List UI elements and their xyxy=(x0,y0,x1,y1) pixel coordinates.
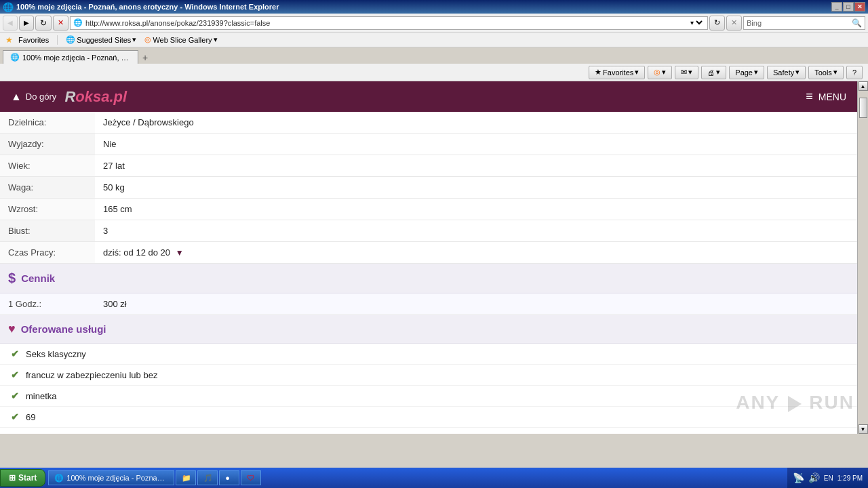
chevron-down-icon2: ▾ xyxy=(214,35,218,44)
field-value-wzrost: 165 cm xyxy=(95,199,857,220)
restore-button[interactable]: □ xyxy=(843,2,854,12)
search-box[interactable]: Bing 🔍 xyxy=(743,16,865,30)
price-value: 300 zł xyxy=(95,293,857,315)
page-content: ▲ Do góry Roksa.pl ≡ MENU Dzielnica: xyxy=(0,81,857,434)
tray-network-icon[interactable]: 📡 xyxy=(793,472,804,483)
taskbar-antivirus-item[interactable]: 🛡 xyxy=(241,470,261,485)
ie-page-icon: 🌐 xyxy=(73,18,83,27)
taskbar-folder-icon: 📁 xyxy=(182,474,191,483)
fav-separator xyxy=(57,35,58,45)
field-label-wyjazdy: Wyjazdy: xyxy=(0,134,95,155)
close-button[interactable]: ✕ xyxy=(854,2,865,12)
scroll-track xyxy=(859,91,868,424)
price-label: 1 Godz.: xyxy=(0,293,95,315)
ie-icon: 🌐 xyxy=(66,35,75,44)
tab-bar: 🌐 100% moje zdjęcia - Poznań, anons erot… xyxy=(0,47,868,64)
site-nav-left: ▲ Do góry Roksa.pl xyxy=(11,88,127,106)
field-value-waga: 50 kg xyxy=(95,177,857,199)
browser-tab[interactable]: 🌐 100% moje zdjęcia - Poznań, anons erot… xyxy=(3,50,138,64)
start-button[interactable]: ⊞ Start xyxy=(0,469,45,487)
taskbar-ie-item[interactable]: 🌐 100% moje zdjęcia - Poznań, anons erot… xyxy=(48,470,174,485)
help-label: ? xyxy=(852,68,856,77)
safety-label: Safety xyxy=(773,68,794,77)
field-label-wiek: Wiek: xyxy=(0,155,95,177)
favorites-button[interactable]: Favorites xyxy=(16,36,52,44)
scroll-up-button[interactable]: ▲ xyxy=(859,81,868,91)
services-label: Oferowane usługi xyxy=(21,323,106,335)
vertical-scrollbar[interactable]: ▲ ▼ xyxy=(857,81,868,434)
add-favorites-button[interactable]: ★ Favorites ▾ xyxy=(589,66,645,79)
tab-icon: 🌐 xyxy=(10,53,20,62)
site-nav-bar: ▲ Do góry Roksa.pl ≡ MENU xyxy=(0,81,857,112)
field-label-waga: Waga: xyxy=(0,177,95,199)
heart-icon: ♥ xyxy=(8,322,16,336)
tab-label: 100% moje zdjęcia - Poznań, anons erotyc… xyxy=(22,54,131,62)
field-label-biust: Biust: xyxy=(0,220,95,242)
pricing-table: 1 Godz.: 300 zł xyxy=(0,293,857,315)
print-button[interactable]: 🖨 ▾ xyxy=(701,66,726,79)
page-chevron-icon: ▾ xyxy=(754,68,758,77)
field-value-wyjazdy: Nie xyxy=(95,134,857,155)
service-text: pocałunki xyxy=(26,433,63,434)
chevron-icon: ▾ xyxy=(635,68,639,77)
taskbar-ie-icon: 🌐 xyxy=(54,474,64,483)
table-row: 1 Godz.: 300 zł xyxy=(0,293,857,315)
table-row: Biust: 3 xyxy=(0,220,857,242)
table-row: Dzielnica: Jeżyce / Dąbrowskiego xyxy=(0,112,857,134)
clock-time: 1:29 PM xyxy=(837,474,863,482)
refresh-button[interactable]: ↻ xyxy=(35,16,52,30)
tray-volume-icon[interactable]: 🔊 xyxy=(808,472,820,483)
refresh-btn2[interactable]: ↻ xyxy=(709,16,725,30)
tray-keyboard-icon[interactable]: EN xyxy=(824,474,833,482)
suggested-sites-item[interactable]: 🌐 Suggested Sites ▾ xyxy=(63,35,139,44)
search-icon[interactable]: 🔍 xyxy=(852,18,862,28)
address-bar[interactable]: 🌐 http://www.roksa.pl/anonse/pokaz/23193… xyxy=(70,16,708,30)
nav-up-label: Do góry xyxy=(26,92,57,102)
new-tab-button[interactable]: + xyxy=(138,52,152,64)
feeds-button[interactable]: ◎ ▾ xyxy=(648,66,672,79)
hamburger-icon: ≡ xyxy=(806,89,813,104)
help-button[interactable]: ? xyxy=(846,66,863,79)
windows-icon: ⊞ xyxy=(9,473,16,483)
services-list: ✔ Seks klasyczny ✔ francuz w zabezpiecze… xyxy=(0,344,857,434)
dropdown-arrow-icon[interactable]: ▼ xyxy=(176,248,184,258)
stop-button[interactable]: ✕ xyxy=(53,16,68,30)
service-text: minetka xyxy=(26,391,57,401)
navigation-bar: ◀ ▶ ↻ ✕ 🌐 http://www.roksa.pl/anonse/pok… xyxy=(0,14,868,33)
check-icon: ✔ xyxy=(11,348,19,359)
taskbar-winamp-item[interactable]: 🎵 xyxy=(197,470,218,485)
print-icon: 🖨 xyxy=(707,68,715,77)
mail-icon: ✉ xyxy=(681,68,687,77)
site-menu-button[interactable]: ≡ MENU xyxy=(806,89,846,104)
check-icon: ✔ xyxy=(11,390,19,401)
cennik-label: Cennik xyxy=(21,272,55,284)
taskbar-items: 🌐 100% moje zdjęcia - Poznań, anons erot… xyxy=(48,470,787,485)
field-value-dzielnica: Jeżyce / Dąbrowskiego xyxy=(95,112,857,134)
field-label-wzrost: Wzrost: xyxy=(0,199,95,220)
system-clock: 1:29 PM xyxy=(837,474,863,482)
scroll-down-button[interactable]: ▼ xyxy=(859,424,868,434)
scroll-thumb[interactable] xyxy=(859,98,867,118)
table-row: Wyjazdy: Nie xyxy=(0,134,857,155)
back-button[interactable]: ◀ xyxy=(3,16,18,30)
stop-btn2[interactable]: ✕ xyxy=(726,16,742,30)
cennik-section-header: $ Cennik xyxy=(0,264,857,293)
profile-table: Dzielnica: Jeżyce / Dąbrowskiego Wyjazdy… xyxy=(0,112,857,264)
tools-button[interactable]: Tools ▾ xyxy=(808,66,844,79)
forward-button[interactable]: ▶ xyxy=(19,16,34,30)
check-icon: ✔ xyxy=(11,369,19,380)
taskbar-explorer-item[interactable]: 📁 xyxy=(176,470,196,485)
nav-up-button[interactable]: ▲ Do góry xyxy=(11,91,56,103)
web-slice-gallery-item[interactable]: ◎ Web Slice Gallery ▾ xyxy=(142,35,220,44)
star-icon: ★ xyxy=(595,68,601,77)
menu-label: MENU xyxy=(818,92,846,102)
address-dropdown[interactable]: ▾ xyxy=(688,18,705,27)
page-button[interactable]: Page ▾ xyxy=(729,66,764,79)
content-wrapper: ▲ Do góry Roksa.pl ≡ MENU Dzielnica: xyxy=(0,81,868,434)
taskbar-chrome-item[interactable]: ● xyxy=(219,470,239,485)
table-row: Czas Pracy: dziś: od 12 do 20 ▼ xyxy=(0,242,857,264)
read-mail-button[interactable]: ✉ ▾ xyxy=(675,66,698,79)
minimize-button[interactable]: _ xyxy=(831,2,842,12)
field-value-czas-pracy: dziś: od 12 do 20 ▼ xyxy=(95,242,857,264)
safety-button[interactable]: Safety ▾ xyxy=(767,66,806,79)
